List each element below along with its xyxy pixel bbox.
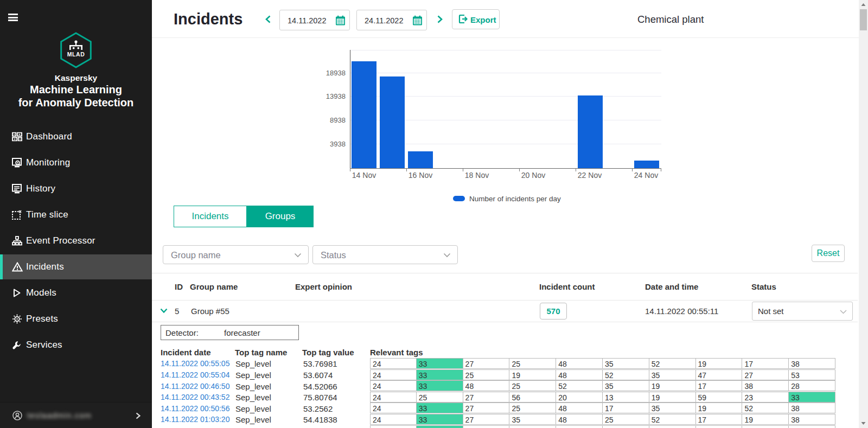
svg-text:MLAD: MLAD <box>67 51 85 58</box>
